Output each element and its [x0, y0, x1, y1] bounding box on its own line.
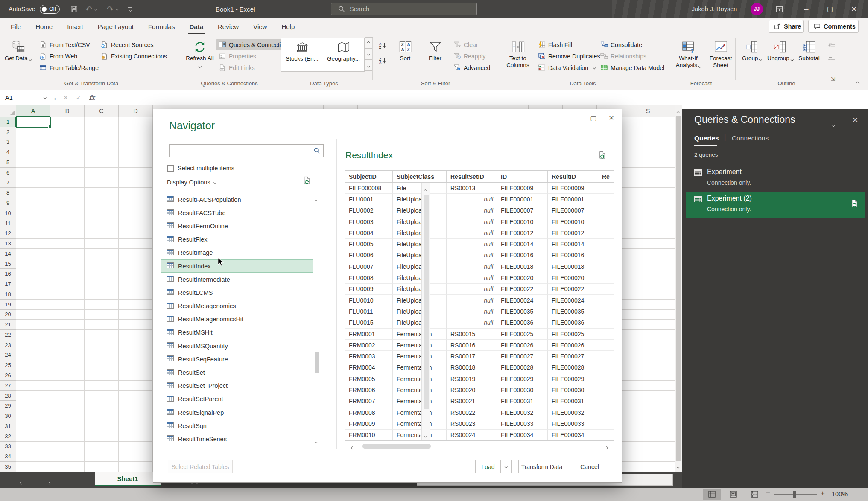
dialog-close-button[interactable]: ✕	[606, 113, 617, 123]
scrollbar-thumb[interactable]	[676, 116, 681, 461]
row-header-7[interactable]: 7	[0, 178, 16, 188]
row-header-20[interactable]: 20	[0, 310, 16, 320]
row-header-18[interactable]: 18	[0, 289, 16, 300]
flash-fill-button[interactable]: Flash Fill	[535, 39, 574, 50]
customize-quick-access-button[interactable]	[128, 0, 132, 18]
dialog-maximize-button[interactable]: ▢	[588, 113, 599, 123]
navigator-list-scrollbar[interactable]	[313, 193, 320, 446]
pane-dropdown-button[interactable]	[833, 120, 835, 128]
previous-sheet-button[interactable]	[20, 478, 23, 486]
ribbon-tab-insert[interactable]: Insert	[60, 18, 91, 35]
row-header-9[interactable]: 9	[0, 198, 16, 208]
gallery-more-button[interactable]	[365, 59, 373, 71]
column-header-C[interactable]: C	[85, 105, 119, 117]
zoom-in-button[interactable]: +	[821, 489, 825, 498]
row-header-5[interactable]: 5	[0, 157, 16, 168]
navigator-table-ResultSet_Project[interactable]: ResultSet_Project	[161, 379, 313, 393]
query-item-experiment-2-[interactable]: Experiment (2)Connection only.	[686, 192, 865, 218]
remove-duplicates-button[interactable]: Remove Duplicates	[535, 51, 602, 61]
row-header-35[interactable]: 35	[0, 462, 16, 472]
properties-button[interactable]: Properties	[216, 51, 258, 61]
navigator-table-ResultMSHit[interactable]: ResultMSHit	[161, 326, 313, 339]
redo-button[interactable]: ↷	[107, 0, 118, 18]
load-split-arrow[interactable]	[500, 460, 512, 473]
row-header-27[interactable]: 27	[0, 381, 16, 391]
transform-data-button[interactable]: Transform Data	[518, 460, 565, 473]
preview-vertical-scrollbar[interactable]	[421, 183, 430, 440]
row-header-34[interactable]: 34	[0, 451, 16, 462]
column-header-T[interactable]: T	[665, 105, 675, 117]
row-header-30[interactable]: 30	[0, 411, 16, 421]
geography-data-type[interactable]: Geography...	[323, 38, 364, 71]
refresh-all-button[interactable]: Refresh All	[185, 37, 214, 79]
outline-dialog-launcher[interactable]: ⇲	[831, 76, 835, 82]
from-table-range-button[interactable]: From Table/Range	[37, 62, 101, 73]
confirm-entry-button[interactable]: ✓	[73, 90, 85, 105]
row-header-10[interactable]: 10	[0, 208, 16, 218]
row-header-21[interactable]: 21	[0, 320, 16, 330]
ribbon-tab-help[interactable]: Help	[274, 18, 302, 35]
navigator-table-ResultIndex[interactable]: ResultIndex	[161, 259, 313, 273]
row-header-19[interactable]: 19	[0, 300, 16, 310]
stocks-data-type[interactable]: Stocks (En...	[281, 38, 323, 71]
select-multiple-checkbox[interactable]	[167, 165, 174, 172]
row-header-28[interactable]: 28	[0, 391, 16, 401]
account-button[interactable]: JJ	[751, 0, 763, 18]
filter-button[interactable]: Filter	[422, 37, 448, 79]
preview-refresh-icon[interactable]	[598, 151, 606, 160]
display-options-dropdown[interactable]: Display Options	[167, 179, 216, 186]
column-header-S[interactable]: S	[631, 105, 665, 117]
row-header-15[interactable]: 15	[0, 259, 16, 269]
refresh-query-icon[interactable]	[850, 199, 859, 209]
minimize-button[interactable]: ─	[797, 0, 815, 18]
name-box[interactable]: A1	[0, 90, 50, 105]
close-button[interactable]: ✕	[845, 0, 863, 18]
ribbon-tab-review[interactable]: Review	[210, 18, 246, 35]
row-header-26[interactable]: 26	[0, 370, 16, 381]
ribbon-tab-view[interactable]: View	[246, 18, 274, 35]
gallery-down-button[interactable]	[365, 48, 373, 60]
select-related-tables-button[interactable]: Select Related Tables	[168, 460, 233, 473]
undo-button[interactable]: ↶	[85, 0, 96, 18]
cancel-entry-button[interactable]: ✕	[60, 90, 72, 105]
query-item-experiment[interactable]: ExperimentConnection only.	[686, 166, 865, 191]
navigator-table-ResultSeqFeature[interactable]: ResultSeqFeature	[161, 352, 313, 366]
navigator-table-ResultMSQuantity[interactable]: ResultMSQuantity	[161, 339, 313, 352]
gallery-up-button[interactable]	[365, 37, 373, 49]
row-header-24[interactable]: 24	[0, 350, 16, 361]
selected-cell-a1[interactable]	[16, 117, 51, 128]
row-header-14[interactable]: 14	[0, 249, 16, 259]
insert-function-button[interactable]: fx	[85, 90, 98, 105]
sheet-tab-sheet1[interactable]: Sheet1	[95, 472, 161, 486]
navigator-table-ResultTimeSeries[interactable]: ResultTimeSeries	[161, 432, 313, 446]
sort-descending-button[interactable]: ZA	[377, 55, 389, 66]
save-button[interactable]	[70, 0, 78, 18]
from-web-button[interactable]: From Web	[37, 51, 79, 61]
data-validation-button[interactable]: Data Validation	[535, 62, 597, 73]
page-layout-view-button[interactable]	[724, 489, 742, 500]
navigator-table-ResultFermOnline[interactable]: ResultFermOnline	[161, 219, 313, 233]
row-header-12[interactable]: 12	[0, 228, 16, 239]
navigator-table-ResultMetagenomics[interactable]: ResultMetagenomics	[161, 300, 313, 313]
collapse-ribbon-button[interactable]	[856, 79, 859, 86]
sort-button[interactable]: ZAAZSort	[392, 37, 418, 79]
row-header-11[interactable]: 11	[0, 218, 16, 229]
ribbon-tab-formulas[interactable]: Formulas	[141, 18, 182, 35]
navigator-table-ResultMetagenomicsHit[interactable]: ResultMetagenomicsHit	[161, 313, 313, 326]
what-if-analysis-button[interactable]: ?What-If Analysis	[670, 37, 706, 79]
navigator-table-ResultSignalPep[interactable]: ResultSignalPep	[161, 406, 313, 419]
row-header-33[interactable]: 33	[0, 442, 16, 452]
navigator-table-ResultSet[interactable]: ResultSet	[161, 366, 313, 379]
row-header-8[interactable]: 8	[0, 188, 16, 198]
ungroup-button[interactable]: Ungroup	[766, 37, 794, 79]
clear-filter-button[interactable]: Clear	[451, 39, 480, 50]
advanced-filter-button[interactable]: Advanced	[451, 62, 492, 73]
row-header-6[interactable]: 6	[0, 168, 16, 178]
row-header-13[interactable]: 13	[0, 239, 16, 249]
row-header-1[interactable]: 1	[0, 117, 16, 127]
navigator-table-ResultSetParent[interactable]: ResultSetParent	[161, 393, 313, 406]
text-to-columns-button[interactable]: Text to Columns	[502, 37, 534, 79]
ribbon-tab-data[interactable]: Data	[182, 18, 210, 35]
ribbon-tab-page-layout[interactable]: Page Layout	[91, 18, 141, 35]
row-header-2[interactable]: 2	[0, 127, 16, 137]
